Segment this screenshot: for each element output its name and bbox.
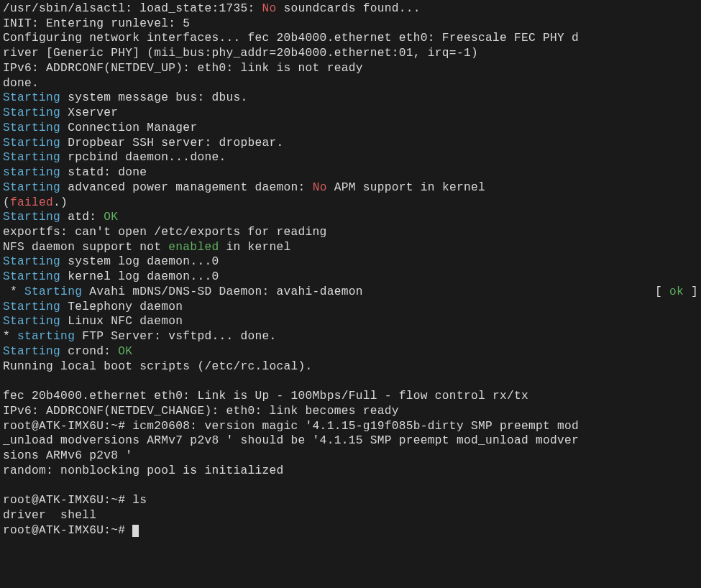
terminal-text: rpcbind daemon...done. (60, 151, 226, 164)
terminal-line: Starting Connection Manager (3, 121, 698, 136)
terminal-text: Starting (24, 285, 82, 298)
terminal-text: Connection Manager (60, 121, 197, 134)
terminal-text: enabled (168, 241, 219, 254)
terminal-line: Starting advanced power management daemo… (3, 180, 698, 196)
terminal-line: NFS daemon support not enabled in kernel (3, 240, 698, 255)
terminal-text: starting (3, 166, 60, 179)
terminal-text: Starting (3, 345, 60, 358)
terminal-line: sions ARMv6 p2v8 ' (3, 449, 698, 464)
terminal-line (3, 374, 698, 389)
terminal-line: (failed.) (3, 196, 698, 211)
terminal-text: OK (118, 345, 132, 358)
terminal-line: IPv6: ADDRCONF(NETDEV_CHANGE): eth0: lin… (3, 404, 698, 419)
terminal-text: starting (17, 330, 75, 343)
terminal-text: Telephony daemon (60, 300, 183, 313)
terminal-text: driver shell (3, 509, 96, 522)
terminal-line: starting statd: done (3, 165, 698, 180)
terminal-text: Starting (3, 151, 60, 164)
terminal-line: Starting atd: OK (3, 210, 698, 225)
terminal-line: Starting system message bus: dbus. (3, 91, 698, 106)
terminal-text: Starting (3, 137, 60, 150)
terminal-text: crond: (60, 345, 118, 358)
terminal-text: NFS daemon support not (3, 241, 168, 254)
terminal-text: OK (104, 211, 118, 224)
cursor (132, 525, 139, 537)
terminal-text: atd: (60, 211, 104, 224)
terminal-line: exportfs: can't open /etc/exports for re… (3, 225, 698, 240)
terminal-text: Starting (3, 121, 60, 134)
terminal-text: sions ARMv6 p2v8 ' (3, 449, 132, 462)
terminal-output[interactable]: /usr/sbin/alsactl: load_state:1735: No s… (3, 1, 698, 538)
terminal-line: done. (3, 76, 698, 91)
terminal-text: IPv6: ADDRCONF(NETDEV_UP): eth0: link is… (3, 62, 363, 75)
terminal-line: Configuring network interfaces... fec 20… (3, 31, 698, 46)
terminal-text: Starting (3, 106, 60, 119)
terminal-line: * Starting Avahi mDNS/DNS-SD Daemon: ava… (3, 285, 698, 300)
terminal-text: advanced power management daemon: (60, 181, 313, 194)
terminal-text: IPv6: ADDRCONF(NETDEV_CHANGE): eth0: lin… (3, 405, 399, 418)
terminal-text: .) (53, 196, 68, 209)
terminal-line: root@ATK-IMX6U:~# ls (3, 493, 698, 508)
terminal-text: fec 20b4000.ethernet eth0: Link is Up - … (3, 390, 528, 403)
terminal-text: No (262, 2, 277, 15)
terminal-line: IPv6: ADDRCONF(NETDEV_UP): eth0: link is… (3, 61, 698, 76)
terminal-text: system message bus: dbus. (60, 91, 247, 104)
terminal-line: Starting Xserver (3, 106, 698, 121)
terminal-text: root@ATK-IMX6U:~# icm20608: version magi… (3, 420, 579, 433)
terminal-text: INIT: Entering runlevel: 5 (3, 17, 190, 30)
terminal-line: INIT: Entering runlevel: 5 (3, 17, 698, 32)
terminal-line (3, 479, 698, 494)
terminal-text: system log daemon...0 (60, 255, 219, 268)
terminal-text: statd: done (60, 166, 147, 179)
terminal-text (3, 375, 10, 387)
terminal-text: * (3, 330, 17, 343)
terminal-text: Dropbear SSH server: dropbear. (60, 137, 283, 150)
terminal-text: soundcards found... (277, 2, 421, 15)
terminal-text: APM support in kernel (327, 181, 485, 194)
terminal-line: Starting system log daemon...0 (3, 254, 698, 270)
terminal-line: random: nonblocking pool is initialized (3, 464, 698, 479)
terminal-text: FTP Server: vsftpd... done. (75, 330, 276, 343)
terminal-line: /usr/sbin/alsactl: load_state:1735: No s… (3, 1, 698, 17)
terminal-text: river [Generic PHY] (mii_bus:phy_addr=20… (3, 47, 478, 60)
terminal-line: Starting crond: OK (3, 344, 698, 359)
terminal-text: Linux NFC daemon (60, 315, 183, 328)
terminal-text: Running local boot scripts (/etc/rc.loca… (3, 360, 313, 373)
terminal-line: river [Generic PHY] (mii_bus:phy_addr=20… (3, 46, 698, 61)
terminal-text: done. (3, 77, 39, 90)
terminal-text: random: nonblocking pool is initialized (3, 464, 284, 477)
terminal-line: Running local boot scripts (/etc/rc.loca… (3, 359, 698, 375)
terminal-text: Starting (3, 91, 60, 104)
terminal-text: No (313, 181, 327, 194)
terminal-line: fec 20b4000.ethernet eth0: Link is Up - … (3, 389, 698, 404)
status-indicator: [ ok ] (655, 285, 698, 300)
terminal-line: driver shell (3, 508, 698, 523)
terminal-text: /usr/sbin/alsactl: load_state:1735: (3, 2, 262, 15)
terminal-text: Configuring network interfaces... fec 20… (3, 32, 579, 45)
terminal-text: Starting (3, 315, 60, 328)
terminal-text: * (3, 285, 24, 298)
terminal-text: Starting (3, 270, 60, 283)
terminal-text: root@ATK-IMX6U:~# (3, 524, 132, 537)
terminal-line: Starting rpcbind daemon...done. (3, 150, 698, 165)
terminal-line: root@ATK-IMX6U:~# icm20608: version magi… (3, 419, 698, 434)
terminal-line: Starting kernel log daemon...0 (3, 270, 698, 285)
terminal-text: in kernel (219, 241, 290, 254)
terminal-text: exportfs: can't open /etc/exports for re… (3, 226, 327, 239)
terminal-text: Starting (3, 255, 60, 268)
terminal-text (3, 479, 10, 492)
terminal-line: * starting FTP Server: vsftpd... done. (3, 329, 698, 344)
terminal-text: failed (10, 196, 53, 209)
terminal-text: root@ATK-IMX6U:~# ls (3, 494, 147, 507)
terminal-line: Starting Dropbear SSH server: dropbear. (3, 136, 698, 151)
terminal-text: ( (3, 196, 10, 209)
terminal-line: Starting Linux NFC daemon (3, 314, 698, 329)
terminal-text: Starting (3, 211, 60, 224)
terminal-text: kernel log daemon...0 (60, 270, 219, 283)
terminal-text: Avahi mDNS/DNS-SD Daemon: avahi-daemon (82, 285, 363, 298)
terminal-line: root@ATK-IMX6U:~# (3, 523, 698, 538)
terminal-text: Xserver (60, 106, 118, 119)
terminal-text: Starting (3, 181, 60, 194)
terminal-text: _unload modversions ARMv7 p2v8 ' should … (3, 434, 579, 447)
terminal-text: Starting (3, 300, 60, 313)
